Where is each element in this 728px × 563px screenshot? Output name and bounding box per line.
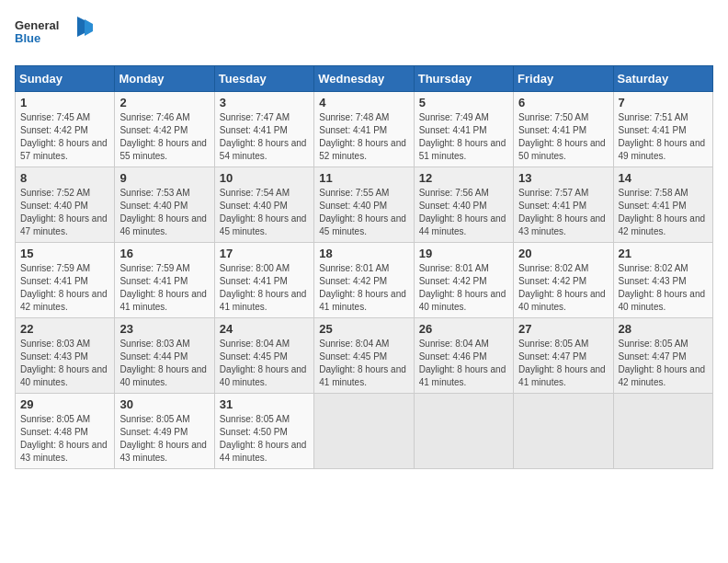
- weekday-header-tuesday: Tuesday: [214, 66, 313, 92]
- day-info: Sunrise: 8:05 AMSunset: 4:47 PMDaylight:…: [619, 338, 708, 389]
- day-info: Sunrise: 8:04 AMSunset: 4:45 PMDaylight:…: [319, 338, 408, 389]
- weekday-header-wednesday: Wednesday: [314, 66, 414, 92]
- day-info: Sunrise: 7:47 AMSunset: 4:41 PMDaylight:…: [220, 111, 309, 163]
- calendar-cell: 10Sunrise: 7:54 AMSunset: 4:40 PMDayligh…: [214, 167, 313, 243]
- calendar-cell: 8Sunrise: 7:52 AMSunset: 4:40 PMDaylight…: [16, 167, 115, 243]
- day-info: Sunrise: 8:01 AMSunset: 4:42 PMDaylight:…: [419, 262, 508, 314]
- day-info: Sunrise: 8:03 AMSunset: 4:44 PMDaylight:…: [119, 338, 209, 389]
- calendar-cell: 15Sunrise: 7:59 AMSunset: 4:41 PMDayligh…: [16, 243, 115, 318]
- calendar-cell: [314, 394, 414, 469]
- calendar-cell: 5Sunrise: 7:49 AMSunset: 4:41 PMDaylight…: [414, 92, 513, 167]
- day-number: 26: [419, 322, 508, 336]
- day-number: 1: [20, 96, 109, 109]
- day-info: Sunrise: 7:57 AMSunset: 4:41 PMDaylight:…: [518, 187, 608, 238]
- calendar-cell: 1Sunrise: 7:45 AMSunset: 4:42 PMDaylight…: [16, 92, 115, 167]
- day-info: Sunrise: 7:59 AMSunset: 4:41 PMDaylight:…: [119, 262, 209, 314]
- calendar-cell: 16Sunrise: 7:59 AMSunset: 4:41 PMDayligh…: [115, 243, 214, 318]
- day-number: 11: [319, 171, 408, 185]
- calendar-cell: 29Sunrise: 8:05 AMSunset: 4:48 PMDayligh…: [16, 394, 115, 469]
- calendar-cell: 18Sunrise: 8:01 AMSunset: 4:42 PMDayligh…: [314, 243, 414, 318]
- logo-svg: General Blue: [15, 15, 97, 56]
- day-number: 4: [319, 96, 408, 109]
- day-number: 16: [119, 247, 209, 260]
- day-info: Sunrise: 7:51 AMSunset: 4:41 PMDaylight:…: [619, 111, 708, 163]
- calendar-cell: 22Sunrise: 8:03 AMSunset: 4:43 PMDayligh…: [16, 318, 115, 394]
- day-number: 12: [419, 171, 508, 185]
- calendar-cell: [414, 394, 513, 469]
- day-number: 15: [20, 247, 109, 260]
- day-info: Sunrise: 8:03 AMSunset: 4:43 PMDaylight:…: [20, 338, 109, 389]
- day-info: Sunrise: 7:54 AMSunset: 4:40 PMDaylight:…: [220, 187, 309, 238]
- calendar-cell: 11Sunrise: 7:55 AMSunset: 4:40 PMDayligh…: [314, 167, 414, 243]
- day-number: 2: [119, 96, 209, 109]
- calendar-cell: 17Sunrise: 8:00 AMSunset: 4:41 PMDayligh…: [214, 243, 313, 318]
- svg-text:Blue: Blue: [15, 31, 40, 45]
- weekday-header-thursday: Thursday: [414, 66, 513, 92]
- calendar-cell: [514, 394, 613, 469]
- day-info: Sunrise: 8:01 AMSunset: 4:42 PMDaylight:…: [319, 262, 408, 314]
- day-number: 27: [518, 322, 608, 336]
- calendar-cell: 28Sunrise: 8:05 AMSunset: 4:47 PMDayligh…: [613, 318, 712, 394]
- calendar-cell: 2Sunrise: 7:46 AMSunset: 4:42 PMDaylight…: [115, 92, 214, 167]
- calendar-cell: 14Sunrise: 7:58 AMSunset: 4:41 PMDayligh…: [613, 167, 712, 243]
- calendar-cell: 6Sunrise: 7:50 AMSunset: 4:41 PMDaylight…: [514, 92, 613, 167]
- calendar-cell: 26Sunrise: 8:04 AMSunset: 4:46 PMDayligh…: [414, 318, 513, 394]
- day-number: 9: [119, 171, 209, 185]
- svg-text:General: General: [15, 18, 59, 32]
- day-info: Sunrise: 7:48 AMSunset: 4:41 PMDaylight:…: [319, 111, 408, 163]
- day-info: Sunrise: 8:02 AMSunset: 4:43 PMDaylight:…: [619, 262, 708, 314]
- day-number: 28: [619, 322, 708, 336]
- day-info: Sunrise: 7:58 AMSunset: 4:41 PMDaylight:…: [619, 187, 708, 238]
- day-number: 8: [20, 171, 109, 185]
- calendar-week-row: 22Sunrise: 8:03 AMSunset: 4:43 PMDayligh…: [16, 318, 713, 394]
- calendar-cell: 4Sunrise: 7:48 AMSunset: 4:41 PMDaylight…: [314, 92, 414, 167]
- day-info: Sunrise: 8:05 AMSunset: 4:49 PMDaylight:…: [119, 413, 209, 465]
- weekday-header-sunday: Sunday: [16, 66, 115, 92]
- day-number: 14: [619, 171, 708, 185]
- weekday-header-monday: Monday: [115, 66, 214, 92]
- calendar-cell: [613, 394, 712, 469]
- day-number: 23: [119, 322, 209, 336]
- weekday-header-row: SundayMondayTuesdayWednesdayThursdayFrid…: [16, 66, 713, 92]
- calendar-cell: 9Sunrise: 7:53 AMSunset: 4:40 PMDaylight…: [115, 167, 214, 243]
- calendar-cell: 24Sunrise: 8:04 AMSunset: 4:45 PMDayligh…: [214, 318, 313, 394]
- day-number: 30: [119, 397, 209, 411]
- day-number: 6: [518, 96, 608, 109]
- day-number: 17: [220, 247, 309, 260]
- weekday-header-saturday: Saturday: [613, 66, 712, 92]
- day-info: Sunrise: 8:05 AMSunset: 4:48 PMDaylight:…: [20, 413, 109, 465]
- calendar-week-row: 15Sunrise: 7:59 AMSunset: 4:41 PMDayligh…: [16, 243, 713, 318]
- calendar-cell: 20Sunrise: 8:02 AMSunset: 4:42 PMDayligh…: [514, 243, 613, 318]
- calendar-week-row: 8Sunrise: 7:52 AMSunset: 4:40 PMDaylight…: [16, 167, 713, 243]
- day-number: 13: [518, 171, 608, 185]
- day-info: Sunrise: 8:05 AMSunset: 4:50 PMDaylight:…: [220, 413, 309, 465]
- calendar-cell: 12Sunrise: 7:56 AMSunset: 4:40 PMDayligh…: [414, 167, 513, 243]
- day-info: Sunrise: 8:00 AMSunset: 4:41 PMDaylight:…: [220, 262, 309, 314]
- day-number: 25: [319, 322, 408, 336]
- day-number: 5: [419, 96, 508, 109]
- day-number: 19: [419, 247, 508, 260]
- day-number: 22: [20, 322, 109, 336]
- day-info: Sunrise: 7:45 AMSunset: 4:42 PMDaylight:…: [20, 111, 109, 163]
- day-number: 20: [518, 247, 608, 260]
- day-info: Sunrise: 8:05 AMSunset: 4:47 PMDaylight:…: [518, 338, 608, 389]
- page-header: General Blue: [15, 15, 713, 56]
- day-info: Sunrise: 7:46 AMSunset: 4:42 PMDaylight:…: [119, 111, 209, 163]
- calendar-cell: 7Sunrise: 7:51 AMSunset: 4:41 PMDaylight…: [613, 92, 712, 167]
- calendar-cell: 25Sunrise: 8:04 AMSunset: 4:45 PMDayligh…: [314, 318, 414, 394]
- day-number: 18: [319, 247, 408, 260]
- day-info: Sunrise: 7:49 AMSunset: 4:41 PMDaylight:…: [419, 111, 508, 163]
- day-number: 3: [220, 96, 309, 109]
- day-info: Sunrise: 8:02 AMSunset: 4:42 PMDaylight:…: [518, 262, 608, 314]
- day-number: 7: [619, 96, 708, 109]
- day-info: Sunrise: 7:56 AMSunset: 4:40 PMDaylight:…: [419, 187, 508, 238]
- day-info: Sunrise: 8:04 AMSunset: 4:45 PMDaylight:…: [220, 338, 309, 389]
- calendar-cell: 13Sunrise: 7:57 AMSunset: 4:41 PMDayligh…: [514, 167, 613, 243]
- calendar-table: SundayMondayTuesdayWednesdayThursdayFrid…: [15, 65, 713, 469]
- day-info: Sunrise: 7:53 AMSunset: 4:40 PMDaylight:…: [119, 187, 209, 238]
- day-info: Sunrise: 7:52 AMSunset: 4:40 PMDaylight:…: [20, 187, 109, 238]
- calendar-week-row: 29Sunrise: 8:05 AMSunset: 4:48 PMDayligh…: [16, 394, 713, 469]
- calendar-cell: 19Sunrise: 8:01 AMSunset: 4:42 PMDayligh…: [414, 243, 513, 318]
- day-info: Sunrise: 7:50 AMSunset: 4:41 PMDaylight:…: [518, 111, 608, 163]
- calendar-cell: 27Sunrise: 8:05 AMSunset: 4:47 PMDayligh…: [514, 318, 613, 394]
